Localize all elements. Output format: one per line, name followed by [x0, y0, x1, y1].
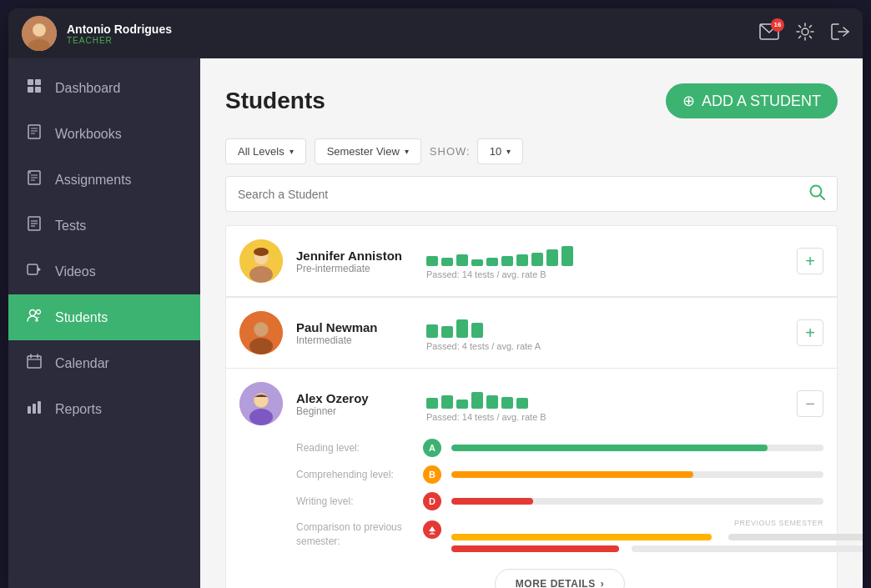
svg-point-40	[254, 248, 269, 256]
sidebar-item-videos[interactable]: Videos	[8, 249, 200, 294]
view-filter[interactable]: Semester View ▾	[315, 138, 421, 164]
page-title: Students	[225, 88, 325, 114]
level-filter[interactable]: All Levels ▾	[225, 138, 306, 164]
sidebar-item-workbooks[interactable]: Workbooks	[8, 111, 200, 157]
notification-badge: 16	[771, 18, 784, 32]
progress-bars	[426, 314, 783, 338]
student-info-paul: Paul Newman Intermediate	[296, 320, 413, 346]
app-container: Antonio Rodrigues TEACHER 16	[8, 8, 863, 588]
sidebar-item-reports[interactable]: Reports	[8, 386, 200, 432]
bar	[426, 324, 438, 338]
svg-point-26	[37, 310, 41, 314]
svg-marker-49	[429, 526, 436, 531]
bar	[441, 395, 453, 409]
dashboard-label: Dashboard	[55, 81, 120, 96]
page-header: Students ⊕ ADD A STUDENT	[225, 83, 838, 118]
sidebar-item-students[interactable]: Students	[8, 294, 200, 340]
student-name: Paul Newman	[296, 320, 413, 334]
svg-point-25	[30, 310, 36, 316]
bar	[486, 258, 498, 266]
bar	[561, 246, 573, 266]
students-icon	[25, 308, 43, 327]
logout-icon[interactable]	[831, 23, 849, 45]
students-list: Jennifer Anniston Pre-intermediate	[225, 225, 838, 588]
student-avatar-paul	[239, 311, 283, 354]
bar	[471, 392, 483, 409]
prev-bar-bg	[728, 534, 863, 540]
calendar-icon	[25, 354, 43, 373]
more-details-label: MORE DETAILS	[516, 578, 596, 588]
student-avatar-alex	[239, 382, 283, 425]
search-input[interactable]	[238, 188, 808, 201]
student-progress-paul: Passed: 4 tests / avg. rate A	[426, 314, 783, 351]
assignments-label: Assignments	[55, 173, 132, 188]
add-icon: ⊕	[682, 92, 695, 110]
level-filter-chevron: ▾	[289, 147, 294, 156]
sidebar-item-calendar[interactable]: Calendar	[8, 340, 200, 386]
comparison-bars-wrapper: PREVIOUS SEMESTER CURRENT SEMESTER	[451, 520, 823, 552]
show-select[interactable]: 10 ▾	[477, 138, 523, 164]
tests-label: Tests	[55, 219, 86, 234]
comprehending-level-row: Comprehending level: B	[296, 465, 823, 484]
progress-bars	[426, 385, 783, 409]
bar	[426, 256, 438, 266]
student-stat: Passed: 14 tests / avg. rate B	[426, 269, 783, 279]
sidebar-item-dashboard[interactable]: Dashboard	[8, 65, 200, 111]
email-icon[interactable]: 16	[759, 23, 779, 44]
student-action-jennifer[interactable]: +	[797, 248, 823, 274]
student-info-jennifer: Jennifer Anniston Pre-intermediate	[296, 249, 413, 274]
view-filter-label: Semester View	[327, 145, 400, 158]
svg-rect-33	[38, 401, 41, 414]
show-value: 10	[490, 145, 501, 158]
student-avatar-jennifer	[239, 239, 283, 283]
student-row-main-alex: Alex Ozeroy Beginner	[239, 382, 823, 425]
comparison-badge	[423, 520, 441, 539]
more-details-button[interactable]: MORE DETAILS ›	[495, 569, 625, 588]
prev-semester-label: PREVIOUS SEMESTER	[734, 519, 823, 527]
curr-semester-bar	[451, 545, 619, 552]
bar	[456, 254, 468, 266]
comprehending-bar-track	[451, 471, 823, 478]
svg-point-43	[249, 338, 273, 354]
svg-point-44	[254, 323, 268, 336]
sidebar-item-assignments[interactable]: Assignments	[8, 157, 200, 203]
user-info: Antonio Rodrigues TEACHER	[22, 16, 172, 51]
bar	[471, 323, 483, 338]
reports-icon	[25, 400, 43, 419]
expanded-details: Reading level: A Comprehending level: B	[239, 425, 823, 588]
reading-bar-track	[451, 445, 823, 451]
students-label: Students	[55, 310, 108, 325]
writing-badge: D	[423, 492, 441, 510]
svg-point-5	[802, 28, 808, 35]
view-filter-chevron: ▾	[405, 147, 409, 156]
svg-rect-32	[33, 404, 36, 414]
bar	[441, 326, 453, 338]
student-row: Paul Newman Intermediate Passed: 4 tests…	[225, 297, 838, 368]
bar	[471, 259, 483, 266]
main-area: Dashboard Workbooks	[8, 58, 863, 588]
svg-line-35	[820, 195, 824, 199]
svg-point-47	[249, 409, 273, 425]
student-level: Pre-intermediate	[296, 263, 413, 274]
student-row: Jennifer Anniston Pre-intermediate	[225, 225, 838, 296]
student-name: Jennifer Anniston	[296, 249, 413, 263]
student-level: Beginner	[296, 405, 413, 417]
prev-semester-bar	[451, 534, 712, 540]
comprehending-label: Comprehending level:	[296, 469, 413, 480]
bar	[501, 397, 513, 409]
tests-icon	[25, 216, 43, 235]
svg-rect-31	[28, 406, 31, 414]
writing-bar-fill	[451, 498, 533, 505]
settings-icon[interactable]	[796, 23, 814, 45]
student-progress-jennifer: Passed: 14 tests / avg. rate B	[426, 243, 783, 279]
svg-rect-8	[35, 79, 41, 85]
videos-icon	[25, 262, 43, 281]
add-student-button[interactable]: ⊕ ADD A STUDENT	[666, 83, 838, 118]
sidebar-item-tests[interactable]: Tests	[8, 203, 200, 249]
bar	[441, 258, 453, 266]
student-action-paul[interactable]: +	[797, 319, 823, 346]
show-wrapper: SHOW: 10 ▾	[430, 138, 523, 164]
student-action-alex[interactable]: −	[797, 390, 823, 417]
progress-bars	[426, 243, 783, 266]
svg-rect-9	[28, 87, 33, 93]
